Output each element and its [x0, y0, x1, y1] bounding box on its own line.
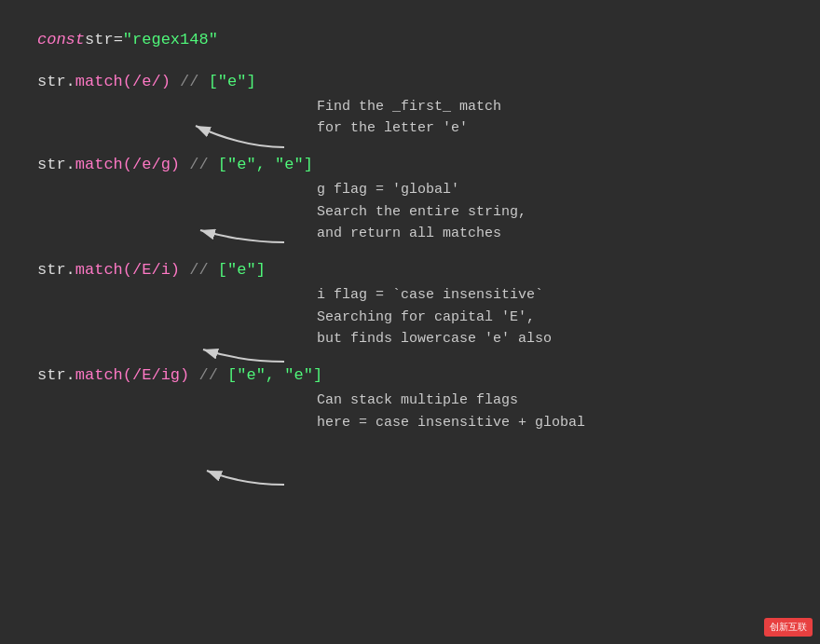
comment-1: // [171, 73, 209, 90]
regex-2: (/e/g) [123, 156, 180, 173]
match-method-1: match [75, 73, 123, 90]
annotation-4: Can stack multiple flagshere = case inse… [317, 390, 783, 433]
section-match-eig: str.match(/E/ig) // ["e", "e"] Can stack… [37, 363, 783, 433]
arrow-3 [203, 349, 284, 362]
str-ref-2: str. [37, 156, 75, 173]
main-container: const str = "regex148" str.match(/e/) //… [0, 0, 820, 644]
match-method-2: match [75, 156, 123, 173]
annotation-1: Find the _first_ matchfor the letter 'e' [317, 96, 783, 140]
var-name: str [85, 28, 114, 52]
string-value: "regex148" [123, 28, 218, 52]
str-ref-3: str. [37, 261, 75, 279]
equals-operator: = [114, 28, 123, 52]
match-method-3: match [75, 261, 123, 279]
watermark: 创新互联 [764, 618, 813, 637]
code-line-3: str.match(/E/i) // ["e"] [37, 257, 783, 282]
code-line-2: str.match(/e/g) // ["e", "e"] [37, 152, 783, 177]
result-4: ["e", "e"] [227, 366, 322, 384]
const-line: const str = "regex148" [37, 28, 783, 52]
const-declaration: const str = "regex148" [37, 28, 783, 52]
result-1: ["e"] [209, 73, 256, 90]
str-ref-1: str. [37, 73, 75, 90]
annotation-3: i flag = `case insensitive`Searching for… [317, 284, 783, 349]
match-method-4: match [75, 366, 123, 384]
result-3: ["e"] [218, 261, 266, 279]
arrow-4 [207, 471, 284, 485]
regex-3: (/E/i) [123, 261, 180, 279]
annotation-2: g flag = 'global'Search the entire strin… [317, 179, 783, 244]
code-line-1: str.match(/e/) // ["e"] [37, 69, 783, 94]
comment-2: // [180, 156, 218, 173]
section-match-e: str.match(/e/) // ["e"] Find the _first_… [37, 69, 783, 140]
section-match-ei: str.match(/E/i) // ["e"] i flag = `case … [37, 257, 783, 349]
regex-4: (/E/ig) [123, 366, 189, 384]
comment-4: // [189, 366, 227, 384]
result-2: ["e", "e"] [218, 156, 313, 173]
section-match-eg: str.match(/e/g) // ["e", "e"] g flag = '… [37, 152, 783, 244]
str-ref-4: str. [37, 366, 75, 384]
code-line-4: str.match(/E/ig) // ["e", "e"] [37, 363, 783, 388]
const-keyword: const [37, 28, 85, 52]
regex-1: (/e/) [123, 73, 171, 90]
comment-3: // [180, 261, 218, 279]
